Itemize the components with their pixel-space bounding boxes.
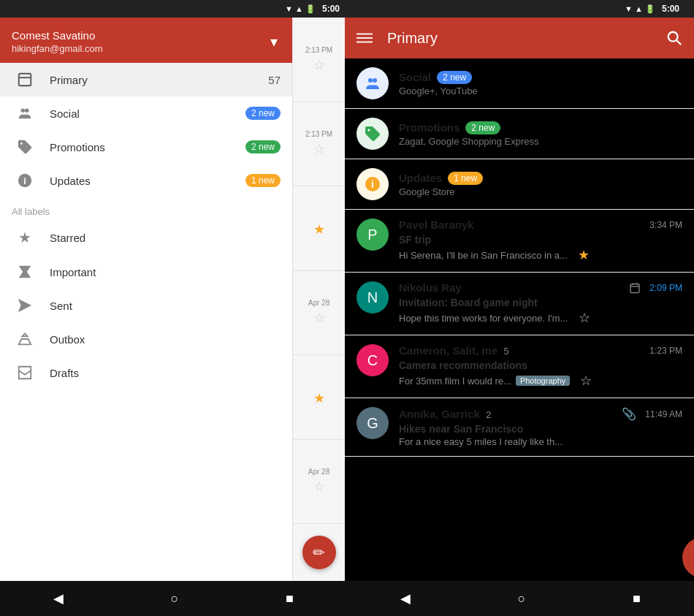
peek-item-4[interactable]: ★ <box>293 355 345 440</box>
promotions-category-senders: Zagat, Google Shopping Express <box>399 136 682 147</box>
left-bottom-nav: ◀ ○ ■ <box>0 581 347 616</box>
category-promotions[interactable]: Promotions 2 new Zagat, Google Shopping … <box>345 109 694 159</box>
drawer-item-starred[interactable]: ★ Starred <box>0 220 292 255</box>
peek-item-1[interactable]: 2:13 PM ☆ <box>293 102 345 187</box>
svg-rect-17 <box>630 284 639 293</box>
bottom-navigation: ◀ ○ ■ ◀ ○ ■ <box>0 581 694 616</box>
account-dropdown-button[interactable]: ▾ <box>267 30 281 53</box>
search-button[interactable] <box>660 24 688 52</box>
social-category-icon <box>356 67 389 99</box>
email-content-nikolus: Nikolus Ray 2:09 PM Invitation: Board ga… <box>399 281 682 326</box>
back-button-right[interactable]: ◀ <box>386 585 425 612</box>
peek-item-0[interactable]: 2:13 PM ☆ <box>293 18 345 102</box>
svg-point-14 <box>368 129 370 132</box>
email-row-pavel[interactable]: P Pavel Baranyk 3:34 PM SF trip Hi Seren… <box>345 210 694 273</box>
drawer-item-drafts[interactable]: Drafts <box>0 356 292 389</box>
peek-star-4[interactable]: ★ <box>313 390 325 406</box>
svg-point-4 <box>20 142 23 145</box>
drawer-item-updates[interactable]: i Updates 1 new <box>0 164 292 197</box>
drawer-item-important[interactable]: Important <box>0 255 292 289</box>
email-content-cameron: Cameron, Salit, me 5 1:23 PM Camera reco… <box>399 344 682 389</box>
sender-cameron: Cameron, Salit, me <box>399 344 497 357</box>
peek-item-5[interactable]: Apr 28 ☆ <box>293 440 345 525</box>
category-social[interactable]: Social 2 new Google+, YouTube <box>345 58 694 109</box>
svg-rect-9 <box>356 42 373 43</box>
svg-rect-7 <box>356 34 373 35</box>
status-bar: ▼ ▲ 🔋 5:00 ▼ ▲ 🔋 5:00 <box>0 0 694 18</box>
sender-nikolus: Nikolus Ray <box>399 281 462 294</box>
star-nikolus[interactable]: ☆ <box>579 310 590 326</box>
social-category-content: Social 2 new Google+, YouTube <box>399 71 682 96</box>
peek-star-0[interactable]: ☆ <box>313 57 325 73</box>
social-icon <box>12 105 38 121</box>
star-pavel[interactable]: ★ <box>578 247 590 263</box>
promotions-badge: 2 new <box>245 140 281 153</box>
right-bottom-nav: ◀ ○ ■ <box>347 581 694 616</box>
svg-line-11 <box>676 40 681 45</box>
home-button-left[interactable]: ○ <box>156 585 194 612</box>
peek-star-5[interactable]: ☆ <box>313 479 325 495</box>
outbox-icon <box>12 331 38 347</box>
drawer-item-social[interactable]: Social 2 new <box>0 96 292 130</box>
avatar-cameron: C <box>356 344 389 376</box>
category-updates[interactable]: i Updates 1 new Google Store <box>345 159 694 210</box>
subject-pavel: SF trip <box>399 234 682 246</box>
peek-item-2[interactable]: ★ <box>293 186 345 271</box>
avatar-annika: G <box>356 407 389 439</box>
home-button-right[interactable]: ○ <box>503 585 541 612</box>
drafts-icon <box>12 365 38 381</box>
user-info: Comest Savatino hikingfan@gmail.com <box>12 29 102 54</box>
email-row-annika[interactable]: G Annika, Garrick 2 📎 11:49 AM Hikes nea… <box>345 398 694 457</box>
sender-annika: Annika, Garrick <box>399 408 480 420</box>
recent-button-right[interactable]: ■ <box>618 585 655 612</box>
preview-nikolus: Hope this time works for everyone. I'm..… <box>399 313 568 324</box>
signal-icons-right: ▼ ▲ 🔋 <box>625 4 655 14</box>
user-name: Comest Savatino <box>12 29 102 42</box>
time-cameron: 1:23 PM <box>649 346 682 356</box>
email-row-cameron[interactable]: C Cameron, Salit, me 5 1:23 PM Camera re… <box>345 335 694 398</box>
updates-badge: 1 new <box>245 174 281 187</box>
social-label: Social <box>50 107 245 120</box>
toolbar-title: Primary <box>384 30 655 47</box>
calendar-icon <box>629 282 641 294</box>
drawer-header: Comest Savatino hikingfan@gmail.com ▾ <box>0 18 292 63</box>
promotions-category-badge: 2 new <box>465 121 500 134</box>
peek-star-1[interactable]: ☆ <box>313 141 325 157</box>
drawer-item-outbox[interactable]: Outbox <box>0 322 292 356</box>
primary-label: Primary <box>50 74 268 86</box>
svg-rect-8 <box>356 37 373 39</box>
email-content-annika: Annika, Garrick 2 📎 11:49 AM Hikes near … <box>399 407 682 447</box>
menu-button[interactable] <box>351 24 378 52</box>
social-category-senders: Google+, YouTube <box>399 85 682 96</box>
right-time: 5:00 <box>662 4 679 14</box>
promotions-category-icon <box>356 118 389 150</box>
preview-annika: For a nice easy 5 miles I really like th… <box>399 436 563 447</box>
star-cameron[interactable]: ☆ <box>580 373 592 389</box>
all-labels-section: All labels <box>0 197 292 220</box>
svg-text:i: i <box>371 178 374 190</box>
left-status: ▼ ▲ 🔋 5:00 <box>7 4 347 14</box>
drawer-item-primary[interactable]: Primary 57 <box>0 63 292 96</box>
count-annika: 2 <box>486 409 491 420</box>
svg-point-2 <box>21 109 26 113</box>
social-badge: 2 new <box>245 107 281 120</box>
svg-text:i: i <box>23 175 26 186</box>
back-button-left[interactable]: ◀ <box>39 585 78 612</box>
updates-category-badge: 1 new <box>448 172 483 185</box>
drawer-item-promotions[interactable]: Promotions 2 new <box>0 130 292 164</box>
recent-button-left[interactable]: ■ <box>271 585 308 612</box>
preview-pavel: Hi Serena, I'll be in San Francisco in a… <box>399 250 568 261</box>
svg-point-3 <box>25 109 29 113</box>
peek-compose-fab[interactable]: ✏ <box>302 536 336 569</box>
email-row-nikolus[interactable]: N Nikolus Ray 2:09 PM Invitation: Board … <box>345 273 694 335</box>
drawer-item-sent[interactable]: Sent <box>0 289 292 322</box>
peek-star-3[interactable]: ☆ <box>313 310 325 326</box>
preview-cameron: For 35mm film I would re... <box>399 376 511 387</box>
time-nikolus: 2:09 PM <box>649 283 682 293</box>
time-annika: 11:49 AM <box>645 409 682 419</box>
peek-star-2[interactable]: ★ <box>313 221 325 237</box>
peek-item-3[interactable]: Apr 28 ☆ <box>293 271 345 356</box>
time-pavel: 3:34 PM <box>649 220 682 230</box>
starred-label: Starred <box>50 232 281 244</box>
svg-rect-0 <box>19 74 31 86</box>
